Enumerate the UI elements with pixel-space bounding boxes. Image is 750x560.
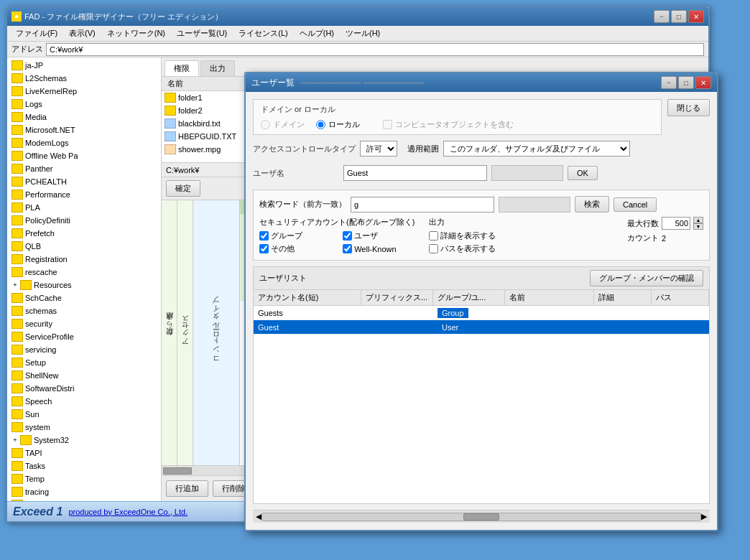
expand-icon[interactable]: +: [11, 281, 19, 289]
dialog-minimize-button[interactable]: －: [661, 76, 677, 89]
tree-content: ja-JP L2Schemas LiveKernelRep Logs Media: [7, 57, 161, 501]
max-rows-spinner[interactable]: ▲ ▼: [693, 217, 703, 230]
tree-item[interactable]: Setup: [9, 356, 159, 369]
radio-domain-input[interactable]: [261, 120, 270, 129]
tab-permissions[interactable]: 権限: [165, 60, 199, 76]
h-scrollbar-track[interactable]: [261, 513, 701, 521]
output-checkboxes: 詳細を表示する パスを表示する: [429, 230, 496, 254]
ok-button[interactable]: OK: [568, 166, 598, 180]
hscroll-thumb[interactable]: [163, 467, 192, 475]
menu-view[interactable]: 表示(V): [63, 27, 101, 40]
add-row-button[interactable]: 行追加: [166, 480, 208, 497]
tree-item[interactable]: Sun: [9, 408, 159, 421]
col-prefix[interactable]: プリフィックス...: [361, 290, 433, 305]
tree-item-security[interactable]: security: [9, 317, 159, 330]
tree-item[interactable]: Offline Web Pa: [9, 149, 159, 162]
user-name-cell: [505, 312, 594, 314]
checkbox-detail: 詳細を表示する: [429, 230, 496, 241]
expand-icon[interactable]: +: [11, 437, 19, 444]
spin-down-button[interactable]: ▼: [693, 223, 703, 230]
folder-icon: [11, 138, 23, 148]
tree-item[interactable]: QLB: [9, 240, 159, 253]
tree-item[interactable]: system: [9, 421, 159, 434]
menu-file[interactable]: ファイル(F): [10, 27, 63, 40]
tree-item[interactable]: Temp: [9, 472, 159, 485]
col-type[interactable]: グループ/ユ...: [433, 290, 505, 305]
menu-tools[interactable]: ツール(H): [340, 27, 386, 40]
col-path[interactable]: パス: [652, 290, 709, 305]
user-list-item-selected[interactable]: Guest User: [254, 320, 709, 335]
path-checkbox[interactable]: [429, 244, 438, 253]
address-input[interactable]: [46, 43, 704, 56]
search-button[interactable]: 検索: [575, 196, 609, 213]
h-scroll-thumb[interactable]: [463, 513, 499, 521]
tree-item[interactable]: ja-JP: [9, 59, 159, 72]
tree-item[interactable]: schemas: [9, 304, 159, 317]
folder-icon: [11, 370, 23, 381]
tree-item[interactable]: Microsoft.NET: [9, 123, 159, 136]
tree-item-performance[interactable]: Performance: [9, 188, 159, 201]
tree-item[interactable]: tracing: [9, 485, 159, 498]
scope-select[interactable]: このフォルダ、サブフォルダ及びファイル このフォルダのみ: [443, 141, 630, 157]
spin-up-button[interactable]: ▲: [693, 217, 703, 223]
tree-item[interactable]: LiveKernelRep: [9, 85, 159, 98]
tree-item[interactable]: SoftwareDistri: [9, 382, 159, 395]
dialog-title: ユーザー覧: [251, 77, 295, 89]
dialog-maximize-button[interactable]: □: [678, 76, 694, 89]
tree-item[interactable]: Logs: [9, 98, 159, 111]
tree-item-servicing[interactable]: servicing: [9, 343, 159, 356]
menu-users[interactable]: ユーザー覧(U): [171, 27, 233, 40]
tree-item[interactable]: Speech: [9, 395, 159, 408]
max-rows-input[interactable]: [662, 217, 690, 230]
tree-item[interactable]: PLA: [9, 201, 159, 214]
maximize-button[interactable]: □: [671, 10, 687, 23]
other-checkbox[interactable]: [259, 244, 269, 253]
tree-item-panther[interactable]: Panther: [9, 162, 159, 175]
menu-help[interactable]: ヘルプ(H): [294, 27, 340, 40]
tree-item[interactable]: PCHEALTH: [9, 175, 159, 188]
group-checkbox[interactable]: [259, 231, 269, 241]
tree-item[interactable]: rescache: [9, 266, 159, 279]
tree-item[interactable]: L2Schemas: [9, 72, 159, 85]
tree-item[interactable]: TAPI: [9, 447, 159, 459]
tree-item[interactable]: ServiceProfile: [9, 330, 159, 343]
tree-item[interactable]: PolicyDefiniti: [9, 214, 159, 227]
detail-checkbox[interactable]: [429, 231, 438, 241]
search-input[interactable]: [351, 197, 494, 213]
computer-obj-checkbox[interactable]: [383, 120, 392, 129]
col-detail[interactable]: 詳細: [594, 290, 652, 305]
group-member-confirm-button[interactable]: グループ・メンバーの確認: [590, 270, 703, 286]
tree-item[interactable]: Registration: [9, 253, 159, 266]
user-list-item[interactable]: Guests Group: [254, 306, 709, 320]
folder-icon: [11, 409, 23, 419]
tree-item-system32[interactable]: + System32: [9, 434, 159, 447]
wellknown-checkbox[interactable]: [343, 244, 352, 253]
dialog-hscrollbar[interactable]: ◀ ▶: [253, 510, 710, 523]
close-button[interactable]: ✕: [688, 10, 704, 23]
tree-item[interactable]: ShellNew: [9, 369, 159, 382]
folder-icon: [11, 125, 23, 135]
cancel-search-button[interactable]: Cancel: [614, 197, 657, 212]
user-list-header-bar: ユーザリスト グループ・メンバーの確認: [254, 267, 709, 290]
minimize-button[interactable]: －: [654, 10, 670, 23]
dialog-close-button[interactable]: ✕: [695, 76, 711, 89]
radio-local-input[interactable]: [316, 120, 325, 129]
menu-license[interactable]: ライセンス(L): [233, 27, 293, 40]
access-type-select[interactable]: 許可拒否: [360, 141, 397, 157]
col-account[interactable]: アカウント名(短): [254, 290, 361, 305]
tree-item-resources[interactable]: + Resources: [9, 279, 159, 291]
tree-item[interactable]: Media: [9, 111, 159, 123]
username-input[interactable]: [343, 165, 487, 181]
menu-network[interactable]: ネットワーク(N): [101, 27, 171, 40]
user-checkbox[interactable]: [343, 231, 352, 241]
confirm-button[interactable]: 確定: [166, 180, 200, 197]
tree-item[interactable]: Prefetch: [9, 227, 159, 240]
tree-item[interactable]: SchCache: [9, 291, 159, 304]
close-main-button[interactable]: 閉じる: [667, 99, 710, 116]
col-name[interactable]: 名前: [505, 290, 594, 305]
tab-output[interactable]: 出力: [200, 60, 235, 76]
count-value: 2: [662, 234, 666, 243]
produced-by-link[interactable]: produced by ExceedOne Co., Ltd.: [68, 508, 188, 516]
tree-item[interactable]: Tasks: [9, 459, 159, 472]
tree-item[interactable]: ModemLogs: [9, 136, 159, 149]
